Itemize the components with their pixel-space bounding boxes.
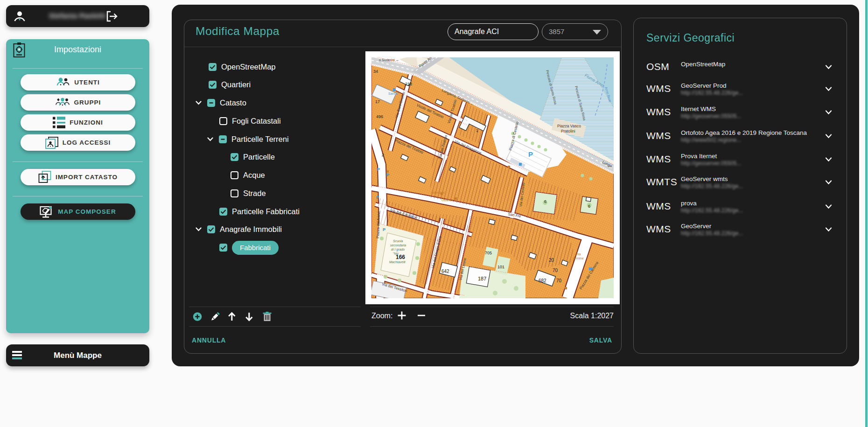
svg-text:682: 682 [539, 278, 546, 283]
svg-text:1: 1 [476, 128, 478, 133]
svg-text:6: 6 [588, 204, 590, 209]
svg-text:Sant'O: Sant'O [388, 92, 399, 95]
svg-text:P: P [377, 167, 380, 172]
svg-text:P: P [386, 173, 389, 177]
svg-text:P: P [376, 195, 379, 200]
svg-text:oria: oria [575, 252, 581, 256]
svg-text:armine: armine [573, 256, 584, 260]
svg-text:34: 34 [373, 69, 378, 74]
svg-text:101: 101 [497, 265, 504, 269]
svg-text:70: 70 [556, 278, 562, 283]
svg-text:secondaria: secondaria [390, 244, 406, 247]
svg-text:2: 2 [382, 153, 384, 157]
svg-text:Piazza Vasco: Piazza Vasco [557, 124, 581, 128]
svg-text:Machiavelli: Machiavelli [389, 260, 406, 264]
svg-text:642: 642 [441, 269, 449, 274]
svg-text:Scuola: Scuola [393, 239, 403, 243]
svg-text:Pratolini: Pratolini [561, 129, 575, 133]
svg-text:705: 705 [485, 251, 492, 255]
svg-text:"Nic: "Nic [393, 252, 399, 255]
svg-text:o Soderini ←: o Soderini ← [379, 58, 399, 62]
svg-text:187: 187 [478, 276, 486, 281]
svg-text:70: 70 [553, 268, 558, 273]
svg-text:496: 496 [376, 114, 383, 119]
svg-text:20: 20 [549, 258, 554, 263]
svg-text:salerosa: salerosa [431, 190, 445, 195]
svg-text:P: P [528, 150, 533, 158]
svg-text:17: 17 [375, 99, 380, 104]
svg-text:6: 6 [544, 199, 546, 204]
svg-text:218: 218 [405, 82, 412, 86]
svg-text:P: P [383, 227, 385, 232]
svg-text:Osteria: Osteria [441, 198, 453, 202]
svg-text:di I grado: di I grado [391, 248, 405, 252]
